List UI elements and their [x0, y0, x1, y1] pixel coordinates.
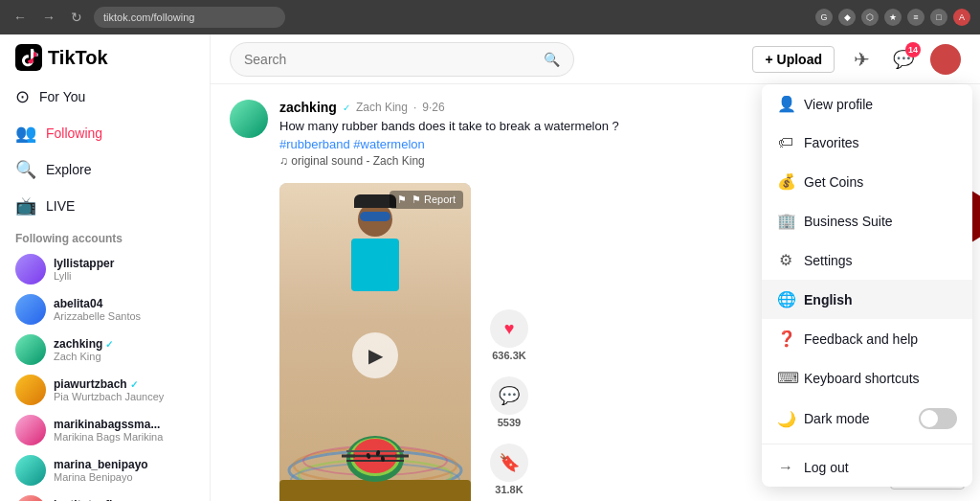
account-handle: Marikina Bags Marikina: [54, 431, 163, 443]
ext-icon-2[interactable]: ◆: [838, 9, 856, 26]
avatar: [15, 375, 46, 405]
dropdown-get-coins[interactable]: 💰 Get Coins: [762, 162, 972, 201]
ext-icon-5[interactable]: ≡: [907, 9, 924, 26]
nav-for-you-label: For You: [39, 89, 85, 104]
sidebar-logo[interactable]: TikTok: [0, 34, 210, 79]
ext-icon-4[interactable]: ★: [884, 9, 902, 26]
nav-explore-label: Explore: [46, 162, 91, 177]
notification-badge: 14: [905, 42, 921, 57]
account-info: lyllistapper Lylli: [54, 257, 114, 282]
dropdown-divider: [762, 444, 972, 444]
search-input[interactable]: [244, 52, 536, 67]
dropdown-feedback[interactable]: ❓ Feedback and help: [762, 319, 972, 358]
dropdown-favorites[interactable]: 🏷 Favorites: [762, 124, 972, 162]
logo-text: TikTok: [48, 47, 108, 69]
live-icon: 📺: [15, 195, 36, 216]
account-name: marina_benipayo: [54, 458, 148, 471]
ext-icon-6[interactable]: □: [930, 9, 947, 26]
settings-icon: ⚙: [777, 251, 794, 269]
dropdown-settings[interactable]: ⚙ Settings: [762, 240, 972, 280]
report-button[interactable]: ⚑ ⚑ Report: [390, 191, 463, 209]
account-handle: Lylli: [54, 270, 114, 282]
dropdown-keyboard-shortcuts[interactable]: ⌨ Keyboard shortcuts: [762, 358, 972, 398]
inbox-button[interactable]: ✈: [846, 44, 877, 75]
account-marina-benipayo[interactable]: marina_benipayo Marina Benipayo: [0, 450, 210, 490]
account-name: piawurtzbach ✓: [54, 377, 164, 391]
account-name: marikinabagssma...: [54, 418, 163, 431]
profile-icon: 👤: [777, 95, 794, 113]
user-avatar[interactable]: [930, 44, 961, 75]
account-info: marikinabagssma... Marikina Bags Marikin…: [54, 418, 163, 443]
account-piawurtzbach[interactable]: piawurtzbach ✓ Pia Wurtzbach Jauncey: [0, 370, 210, 410]
comment-button[interactable]: 💬 5539: [490, 376, 528, 428]
dropdown-logout[interactable]: → Log out: [762, 448, 972, 487]
ext-icon-1[interactable]: G: [815, 9, 833, 26]
dropdown-dark-mode[interactable]: 🌙 Dark mode: [762, 398, 972, 440]
logout-icon: →: [777, 459, 794, 476]
likes-count: 636.3K: [492, 350, 525, 361]
account-name: zachking ✓: [54, 337, 113, 351]
account-info: abelita04 Arizzabelle Santos: [54, 297, 141, 322]
dark-mode-toggle[interactable]: [919, 408, 957, 429]
play-button[interactable]: ▶: [352, 332, 398, 378]
post-separator: ·: [413, 101, 416, 114]
nav-explore[interactable]: 🔍 Explore: [0, 151, 210, 188]
like-button[interactable]: ♥ 636.3K: [490, 309, 528, 361]
account-info: piawurtzbach ✓ Pia Wurtzbach Jauncey: [54, 377, 164, 402]
search-icon: 🔍: [544, 52, 560, 67]
bookmark-button[interactable]: 🔖 31.8K: [490, 444, 528, 495]
svg-rect-0: [15, 44, 42, 71]
avatar: [15, 294, 46, 325]
video-container[interactable]: ▶ ⚑ ⚑ Report ⏸ 🔇: [279, 183, 471, 501]
favorites-icon: 🏷: [777, 134, 794, 151]
account-name: lyllistapper: [54, 257, 114, 270]
action-buttons: ♥ 636.3K 💬 5539 🔖 31.8K: [490, 309, 528, 501]
avatar: [15, 254, 46, 285]
account-marikinabags[interactable]: marikinabagssma... Marikina Bags Marikin…: [0, 410, 210, 450]
upload-button[interactable]: + Upload: [752, 46, 835, 73]
account-info: zachking ✓ Zach King: [54, 337, 113, 362]
post-username[interactable]: zachking: [279, 100, 337, 115]
verified-badge: ✓: [130, 379, 138, 390]
account-instituteofhuma[interactable]: instituteofhuma... ✓ IOHA: [0, 490, 210, 501]
avatar: [15, 415, 46, 445]
forward-button[interactable]: →: [38, 8, 59, 27]
nav-following[interactable]: 👥 Following: [0, 115, 210, 151]
url-bar[interactable]: tiktok.com/following: [94, 7, 285, 28]
dropdown-business-suite[interactable]: 🏢 Business Suite: [762, 201, 972, 240]
toggle-knob: [921, 410, 938, 427]
notifications-button[interactable]: 💬 14: [888, 44, 919, 75]
help-icon: ❓: [777, 330, 794, 348]
content-header: 🔍 + Upload ✈ 💬 14: [211, 34, 980, 84]
dropdown-menu: 👤 View profile 🏷 Favorites 💰 Get Coins 🏢…: [762, 84, 972, 487]
tiktok-logo-icon: [15, 44, 42, 71]
post-avatar[interactable]: [230, 100, 268, 138]
account-name: abelita04: [54, 297, 141, 310]
coins-icon: 💰: [777, 172, 794, 191]
nav-live[interactable]: 📺 LIVE: [0, 188, 210, 224]
refresh-button[interactable]: ↻: [67, 8, 86, 27]
account-zachking[interactable]: zachking ✓ Zach King: [0, 330, 210, 370]
avatar: [15, 455, 46, 486]
verified-badge: ✓: [343, 102, 350, 113]
account-handle: Zach King: [54, 351, 113, 362]
account-info: marina_benipayo Marina Benipayo: [54, 458, 148, 483]
dropdown-view-profile[interactable]: 👤 View profile: [762, 84, 972, 124]
following-section-title: Following accounts: [0, 224, 210, 249]
account-lyllistapper[interactable]: lyllistapper Lylli: [0, 249, 210, 289]
account-handle: Marina Benipayo: [54, 471, 148, 483]
video-thumbnail: ▶ ⚑ ⚑ Report ⏸ 🔇: [279, 183, 471, 501]
header-actions: + Upload ✈ 💬 14: [752, 44, 961, 75]
avatar: [15, 334, 46, 365]
content-area: 🔍 + Upload ✈ 💬 14 zachking: [211, 34, 980, 501]
account-abelita04[interactable]: abelita04 Arizzabelle Santos: [0, 289, 210, 330]
back-button[interactable]: ←: [10, 8, 31, 27]
browser-profile-avatar[interactable]: A: [953, 9, 970, 26]
dropdown-english[interactable]: 🌐 English: [762, 280, 972, 319]
real-name: Zach King: [356, 101, 408, 114]
search-bar[interactable]: 🔍: [230, 42, 574, 77]
nav-for-you[interactable]: ⊙ For You: [0, 79, 210, 115]
ext-icon-3[interactable]: ⬡: [861, 9, 879, 26]
language-icon: 🌐: [777, 290, 794, 308]
comments-count: 5539: [498, 417, 521, 428]
